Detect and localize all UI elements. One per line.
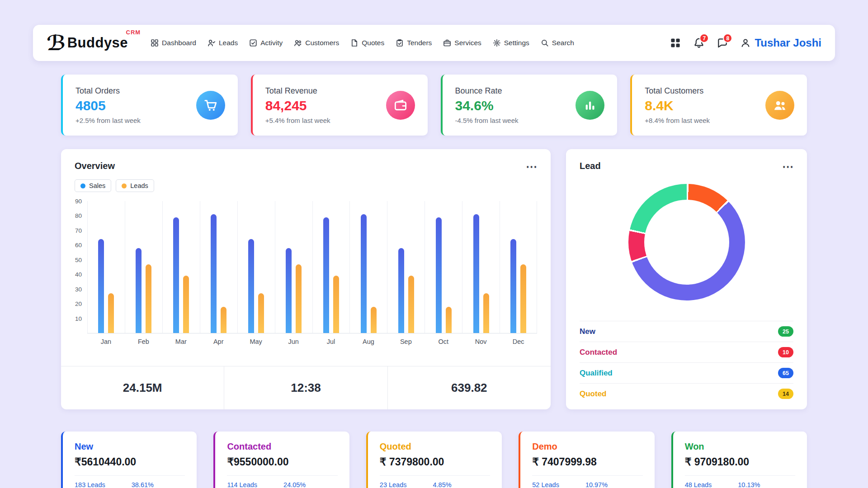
legend-label: Sales: [89, 182, 105, 189]
stat-value: 8.4K: [645, 98, 710, 113]
lead-count-badge: 14: [778, 389, 793, 399]
legend-dot: [80, 183, 85, 188]
lead-card: Lead ⋯ New25Contacted10Qualified65Quoted…: [566, 149, 807, 409]
pipeline-title: Quoted: [380, 441, 490, 452]
tenders-icon: [396, 39, 404, 47]
page-shell: ℬ BuddyseCRM DashboardLeadsActivityCusto…: [33, 25, 835, 488]
stat-delta: +2.5% from last week: [75, 117, 141, 124]
pipeline-footer: 183 Leads 38.61%: [75, 475, 185, 488]
chart-month-nov: Nov: [462, 201, 500, 345]
bar-sales-sep: [398, 248, 404, 333]
brand-text: Buddyse: [67, 35, 128, 51]
donut-hole: [644, 200, 729, 285]
wallet-icon: [386, 91, 415, 120]
user-menu[interactable]: Tushar Joshi: [741, 37, 821, 49]
nav-label: Customers: [305, 39, 339, 47]
lead-legend-rows: New25Contacted10Qualified65Quoted14: [566, 321, 807, 409]
stat-card-total-revenue: Total Revenue 84,245 +5.4% from last wee…: [251, 75, 428, 136]
nav-item-activity[interactable]: Activity: [249, 39, 283, 47]
nav-item-leads[interactable]: Leads: [208, 39, 238, 47]
pipeline-percent: 24.05%: [283, 481, 306, 488]
chart-month-dec: Dec: [500, 201, 537, 345]
brand-crm-tag: CRM: [126, 29, 141, 36]
pipeline-card-contacted: Contacted ₹9550000.00 114 Leads 24.05%: [213, 432, 349, 488]
stat-delta: -4.5% from last week: [455, 117, 519, 124]
customers-icon: [294, 39, 302, 47]
lead-stage-label: Contacted: [580, 348, 617, 357]
lead-count-badge: 25: [778, 326, 793, 337]
nav-item-dashboard[interactable]: Dashboard: [151, 39, 196, 47]
leads-icon: [208, 39, 216, 47]
y-axis-label: 40: [75, 271, 82, 278]
overview-footer-stat-2: 639.82: [388, 366, 551, 409]
chart-month-jul: Jul: [312, 201, 350, 345]
lead-count-badge: 65: [778, 368, 793, 378]
nav-label: Search: [552, 39, 574, 47]
bar-leads-aug: [371, 307, 377, 333]
legend-chip-leads[interactable]: Leads: [116, 179, 154, 192]
pipeline-title: Contacted: [227, 441, 337, 452]
y-axis-label: 10: [75, 315, 82, 322]
bar-sales-may: [248, 239, 254, 333]
stat-title: Bounce Rate: [455, 86, 519, 96]
nav-item-quotes[interactable]: Quotes: [350, 39, 384, 47]
bar-leads-oct: [446, 307, 452, 333]
y-axis-label: 50: [75, 256, 82, 263]
chart-month-mar: Mar: [162, 201, 200, 345]
chart-month-aug: Aug: [349, 201, 387, 345]
lead-count-badge: 10: [778, 347, 793, 357]
bar-leads-nov: [483, 293, 489, 333]
services-icon: [443, 39, 451, 47]
stat-title: Total Revenue: [265, 86, 330, 96]
x-axis-label: Nov: [462, 333, 500, 345]
app-logo[interactable]: ℬ BuddyseCRM: [47, 33, 134, 53]
nav-item-search[interactable]: Search: [541, 39, 574, 47]
y-axis-label: 90: [75, 198, 82, 205]
lead-menu-icon[interactable]: ⋯: [782, 163, 793, 169]
bar-leads-feb: [146, 264, 151, 333]
nav-item-services[interactable]: Services: [443, 39, 481, 47]
nav-item-customers[interactable]: Customers: [294, 39, 339, 47]
pipeline-leads: 48 Leads: [685, 481, 712, 488]
messages-icon[interactable]: 8: [717, 38, 728, 48]
pipeline-footer: 23 Leads 4.85%: [380, 475, 490, 488]
nav-item-settings[interactable]: Settings: [493, 39, 529, 47]
bar-sales-jul: [323, 217, 329, 333]
user-icon: [741, 38, 750, 48]
pipeline-percent: 10.13%: [738, 481, 760, 488]
bar-leads-sep: [408, 276, 414, 333]
legend-chip-sales[interactable]: Sales: [75, 179, 111, 192]
x-axis-label: Sep: [387, 333, 425, 345]
pipeline-amount: ₹9550000.00: [227, 456, 337, 468]
chart-bars-icon: [576, 91, 604, 120]
overview-bar-chart: 908070605040302010 JanFebMarAprMayJunJul…: [61, 194, 551, 345]
lead-donut-chart: [628, 184, 745, 300]
search-icon: [541, 39, 549, 47]
overview-footer-stats: 24.15M12:38639.82: [61, 366, 551, 409]
chart-month-feb: Feb: [125, 201, 162, 345]
lead-stage-label: Quoted: [580, 389, 607, 399]
lead-row-quoted: Quoted14: [580, 383, 793, 404]
apps-grid-icon[interactable]: [670, 38, 681, 48]
notifications-bell-icon[interactable]: 7: [693, 38, 704, 48]
bar-sales-dec: [510, 239, 516, 333]
pipeline-card-new: New ₹5610440.00 183 Leads 38.61%: [61, 432, 197, 488]
bar-sales-feb: [136, 248, 142, 333]
stat-info: Total Orders 4805 +2.5% from last week: [75, 86, 141, 124]
pipeline-amount: ₹ 7407999.98: [532, 456, 642, 468]
dashboard-icon: [151, 39, 159, 47]
nav-label: Activity: [260, 39, 283, 47]
nav-item-tenders[interactable]: Tenders: [396, 39, 432, 47]
x-axis-label: Dec: [500, 333, 537, 345]
nav-label: Quotes: [362, 39, 384, 47]
pipeline-amount: ₹5610440.00: [75, 456, 185, 468]
customers-group-icon: [765, 91, 794, 120]
x-axis-label: Mar: [162, 333, 200, 345]
x-axis-label: Jan: [87, 333, 125, 345]
bar-leads-dec: [520, 264, 526, 333]
overview-menu-icon[interactable]: ⋯: [526, 163, 537, 169]
pipeline-title: Won: [685, 441, 795, 452]
pipeline-percent: 38.61%: [132, 481, 154, 488]
lead-title: Lead: [580, 161, 601, 171]
x-axis-label: Feb: [125, 333, 162, 345]
